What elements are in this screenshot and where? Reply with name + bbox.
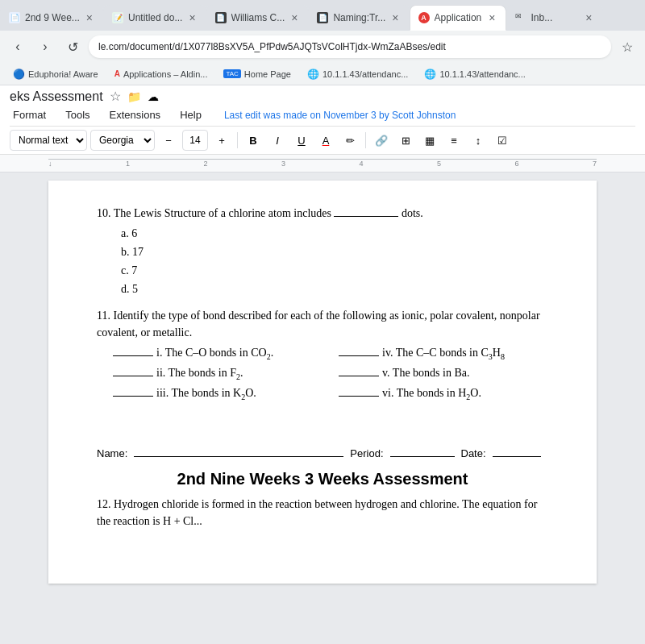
- q11-item-iii: iii. The bonds in K2O.: [113, 384, 322, 403]
- tab-close-1[interactable]: ×: [85, 10, 94, 25]
- tab-inbox[interactable]: ✉ Inb... ×: [506, 5, 603, 31]
- q11-item-iv: iv. The C–C bonds in C3H8: [339, 344, 548, 363]
- q10-c-text: 7: [131, 264, 137, 276]
- checklist-button[interactable]: ☑: [492, 130, 513, 151]
- q11-text-vi: vi. The bonds in H2O.: [382, 384, 481, 403]
- bookmark-applications[interactable]: A Applications – Aldin...: [108, 68, 214, 81]
- tab-favicon-4: 📄: [317, 12, 328, 23]
- drive-icon: 📁: [127, 90, 141, 103]
- page-scroll[interactable]: 10. The Lewis Structure of a chlorine at…: [0, 172, 645, 644]
- attendance2-icon: 🌐: [424, 69, 436, 80]
- menu-tools[interactable]: Tools: [62, 107, 93, 123]
- bookmark-label-3: Home Page: [244, 69, 291, 79]
- ruler-marks: ↓ 1 2 3 4 5 6 7: [48, 160, 597, 168]
- q10-label: 10. The Lewis Structure of a chlorine at…: [97, 207, 334, 219]
- underline-button[interactable]: U: [291, 130, 312, 151]
- q11-text-i: i. The C–O bonds in CO2.: [156, 344, 273, 363]
- q11-text-iii: iii. The bonds in K2O.: [156, 384, 256, 403]
- address-bar-row: ‹ › ↺ ☆: [0, 31, 645, 63]
- menu-help[interactable]: Help: [177, 107, 205, 123]
- attendance1-icon: 🌐: [307, 69, 319, 80]
- tab-naming[interactable]: 📄 Naming:Tr... ×: [308, 5, 409, 31]
- ruler: ↓ 1 2 3 4 5 6 7: [0, 155, 645, 172]
- cloud-icon: ☁: [148, 90, 159, 103]
- ruler-inner: ↓ 1 2 3 4 5 6 7: [48, 159, 597, 168]
- font-color-button[interactable]: A: [315, 130, 336, 151]
- highlight-button[interactable]: ✏: [339, 130, 360, 151]
- tab-untitled[interactable]: 📝 Untitled do... ×: [103, 5, 206, 31]
- tab-close-2[interactable]: ×: [187, 10, 197, 25]
- q10-d-label: d.: [121, 283, 132, 295]
- address-input[interactable]: [89, 35, 611, 58]
- tab-close-5[interactable]: ×: [487, 10, 497, 25]
- font-size-minus[interactable]: −: [158, 130, 179, 151]
- tab-label-6: Inb...: [531, 12, 580, 23]
- italic-button[interactable]: I: [267, 130, 288, 151]
- tab-favicon-3: 📄: [215, 12, 227, 23]
- forward-button[interactable]: ›: [34, 35, 56, 58]
- docs-title: eks Assessment: [10, 89, 103, 104]
- toolbar-divider-2: [365, 132, 366, 148]
- date-label: Date:: [461, 446, 486, 462]
- back-button[interactable]: ‹: [6, 35, 29, 58]
- bookmark-label-2: Applications – Aldin...: [123, 69, 208, 79]
- tab-close-6[interactable]: ×: [584, 10, 593, 25]
- bookmark-eduphoria[interactable]: 🔵 Eduphoria! Aware: [6, 67, 105, 81]
- ruler-mark-8: 7: [593, 160, 597, 168]
- q10-suffix: dots.: [398, 207, 422, 219]
- table-button[interactable]: ▦: [419, 130, 440, 151]
- q11-text-iv: iv. The C–C bonds in C3H8: [382, 344, 505, 363]
- bookmark-attendance2[interactable]: 🌐 10.1.1.43/attendanc...: [418, 67, 531, 81]
- name-blank: [134, 444, 343, 457]
- bookmark-star[interactable]: ☆: [616, 35, 639, 58]
- q10-choice-c: c. 7: [121, 262, 548, 279]
- tab-favicon-2: 📝: [112, 12, 123, 23]
- style-select[interactable]: Normal text: [10, 130, 87, 151]
- q10-a-label: a.: [121, 227, 131, 239]
- bookmark-tac[interactable]: TAC Home Page: [217, 68, 298, 81]
- last-edit-text: Last edit was made on November 3 by Scot…: [224, 110, 456, 121]
- q11-blank-iii: [113, 396, 153, 397]
- tab-favicon-5: A: [418, 12, 430, 23]
- spacer: [97, 412, 548, 444]
- ruler-mark-4: 3: [281, 160, 285, 168]
- q11-item-ii: ii. The bonds in F2.: [113, 364, 322, 383]
- q11-blank-vi: [339, 396, 379, 397]
- tab-label-4: Naming:Tr...: [333, 12, 385, 23]
- q10-b-label: b.: [121, 246, 132, 258]
- q10-choice-a: a. 6: [121, 225, 548, 242]
- docs-star-icon[interactable]: ☆: [110, 89, 121, 104]
- link-button[interactable]: 🔗: [371, 130, 392, 151]
- align-button[interactable]: ≡: [443, 130, 464, 151]
- tac-icon: TAC: [223, 69, 240, 78]
- line-spacing-button[interactable]: ↕: [468, 130, 489, 151]
- image-button[interactable]: ⊞: [395, 130, 416, 151]
- bold-button[interactable]: B: [243, 130, 264, 151]
- ruler-mark-1: ↓: [48, 160, 52, 168]
- tab-close-4[interactable]: ×: [390, 10, 400, 25]
- period-label: Period:: [350, 446, 383, 462]
- font-select[interactable]: Georgia: [90, 130, 155, 151]
- q11-blank-i: [113, 355, 153, 356]
- toolbar-divider-1: [237, 132, 238, 148]
- font-size-plus[interactable]: +: [211, 130, 232, 151]
- bookmark-label-4: 10.1.1.43/attendanc...: [322, 69, 408, 79]
- menu-format[interactable]: Format: [10, 107, 49, 123]
- tab-application[interactable]: A Application ×: [410, 5, 506, 31]
- bookmark-attendance1[interactable]: 🌐 10.1.1.43/attendanc...: [301, 67, 414, 81]
- question-11-block: 11. Identify the type of bond described …: [97, 307, 548, 402]
- tab-favicon-6: ✉: [515, 12, 526, 23]
- tab-label-1: 2nd 9 Wee...: [25, 12, 80, 23]
- menu-extensions[interactable]: Extensions: [106, 107, 164, 123]
- refresh-button[interactable]: ↺: [61, 35, 84, 58]
- tab-close-3[interactable]: ×: [289, 10, 299, 25]
- q11-item-i: i. The C–O bonds in CO2.: [113, 344, 322, 363]
- font-size-input[interactable]: [182, 130, 208, 151]
- tab-bar: 📄 2nd 9 Wee... × 📝 Untitled do... × 📄 Wi…: [0, 0, 645, 31]
- q11-grid: i. The C–O bonds in CO2. iv. The C–C bon…: [113, 344, 548, 402]
- bookmark-label-1: Eduphoria! Aware: [28, 69, 98, 79]
- tab-2nd9weeks[interactable]: 📄 2nd 9 Wee... ×: [0, 5, 103, 31]
- ruler-mark-5: 4: [359, 160, 363, 168]
- tab-williams[interactable]: 📄 Williams C... ×: [206, 5, 309, 31]
- ruler-mark-2: 1: [126, 160, 130, 168]
